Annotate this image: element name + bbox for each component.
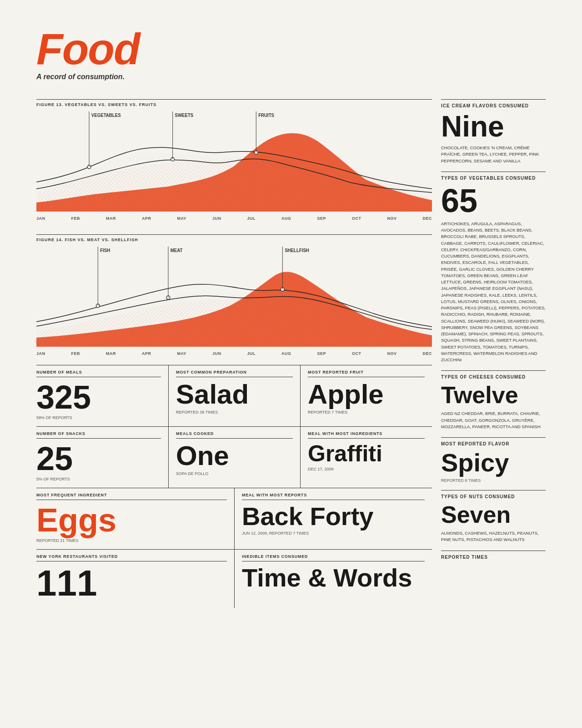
flavor-sub: REPORTED 8 TIMES bbox=[441, 478, 546, 483]
flavor-section: MOST REPORTED FLAVOR Spicy REPORTED 8 TI… bbox=[441, 437, 546, 483]
meals-cell: NUMBER OF MEALS 325 58% OF REPORTS bbox=[36, 365, 168, 426]
main-content: FIGURE 13. VEGETABLES VS. SWEETS VS. FRU… bbox=[36, 99, 546, 608]
inedible-cell: INEDIBLE ITEMS CONSUMED Time & Words bbox=[234, 550, 432, 608]
figure13-label: FIGURE 13. VEGETABLES VS. SWEETS VS. FRU… bbox=[36, 99, 432, 107]
nyc-label: NEW YORK RESTAURANTS VISITED bbox=[36, 554, 227, 561]
reported-times-label: REPORTED TIMES bbox=[441, 555, 546, 560]
snacks-cell: NUMBER OF SNACKS 25 5% OF REPORTS bbox=[36, 427, 168, 488]
fruit-label: MOST REPORTED FRUIT bbox=[308, 370, 425, 377]
ingredients-sub: DEC 17, 2009 bbox=[308, 467, 425, 471]
preparation-value: Salad bbox=[176, 381, 293, 408]
restaurant-cell: MEAL WITH MOST REPORTS Back Forty JUN 12… bbox=[234, 488, 432, 549]
inedible-value: Time & Words bbox=[242, 565, 425, 591]
cooked-label: MEALS COOKED bbox=[176, 431, 293, 439]
ice-cream-section: ICE CREAM FLAVORS CONSUMED Nine CHOCOLAT… bbox=[441, 99, 546, 164]
ingredient-cell: MOST FREQUENT INGREDIENT Eggs REPORTED 2… bbox=[36, 488, 234, 549]
stats-row1: NUMBER OF MEALS 325 58% OF REPORTS MOST … bbox=[36, 365, 432, 426]
restaurant-sub: JUN 12, 2009, REPORTED 7 TIMES bbox=[242, 531, 425, 536]
meals-sub: 58% OF REPORTS bbox=[36, 415, 161, 420]
figure13-x-axis: JANFEBMAR APRMAYJUN JULAUGSEP OCTNOVDEC bbox=[36, 216, 432, 221]
snacks-label: NUMBER OF SNACKS bbox=[36, 431, 161, 439]
ingredient-label: MOST FREQUENT INGREDIENT bbox=[36, 493, 227, 500]
vegetables-section: TYPES OF VEGETABLES CONSUMED 65 ARTICHOK… bbox=[441, 172, 546, 364]
nyc-value: 111 bbox=[36, 565, 227, 602]
nyc-cell: NEW YORK RESTAURANTS VISITED 111 bbox=[36, 550, 234, 608]
meals-value: 325 bbox=[36, 381, 161, 414]
restaurant-label: MEAL WITH MOST REPORTS bbox=[242, 493, 425, 500]
cheeses-section: TYPES OF CHEESES CONSUMED Twelve AGED NZ… bbox=[441, 370, 546, 430]
inedible-label: INEDIBLE ITEMS CONSUMED bbox=[242, 554, 425, 561]
reported-times-section: REPORTED TIMES bbox=[441, 551, 546, 560]
snacks-value: 25 bbox=[36, 442, 161, 475]
page-title: Food bbox=[36, 27, 546, 71]
ingredient-sub: REPORTED 21 TIMES bbox=[36, 538, 227, 543]
nuts-value: Seven bbox=[441, 503, 546, 526]
nuts-list: ALMONDS, CASHEWS, HAZELNUTS, PEANUTS, PI… bbox=[441, 530, 546, 543]
flavor-value: Spicy bbox=[441, 450, 546, 475]
preparation-label: MOST COMMON PREPARATION bbox=[176, 370, 293, 377]
preparation-sub: REPORTED 39 TIMES bbox=[176, 410, 293, 415]
meals-label: NUMBER OF MEALS bbox=[36, 370, 161, 377]
cooked-cell: MEALS COOKED One SOPA DE POLLO bbox=[168, 427, 300, 488]
vegetables-value: 65 bbox=[441, 184, 546, 217]
fruit-value: Apple bbox=[308, 381, 425, 408]
header: Food A record of consumption. bbox=[36, 27, 546, 81]
cheeses-label: TYPES OF CHEESES CONSUMED bbox=[441, 374, 546, 379]
svg-text:FISH: FISH bbox=[100, 248, 110, 253]
restaurant-value: Back Forty bbox=[242, 504, 425, 529]
svg-text:SWEETS: SWEETS bbox=[175, 113, 194, 118]
ingredient-value: Eggs bbox=[36, 504, 227, 536]
cheeses-value: Twelve bbox=[441, 383, 546, 407]
stats-row2: NUMBER OF SNACKS 25 5% OF REPORTS MEALS … bbox=[36, 426, 432, 488]
svg-text:SHELLFISH: SHELLFISH bbox=[285, 248, 309, 253]
ingredients-label: MEAL WITH MOST INGREDIENTS bbox=[308, 431, 425, 439]
nuts-section: TYPES OF NUTS CONSUMED Seven ALMONDS, CA… bbox=[441, 490, 546, 543]
figure14-x-axis: JANFEBMAR APRMAYJUN JULAUGSEP OCTNOVDEC bbox=[36, 351, 432, 356]
snacks-sub: 5% OF REPORTS bbox=[36, 477, 161, 481]
svg-text:MEAT: MEAT bbox=[171, 248, 183, 253]
figure14-label: FIGURE 14. FISH VS. MEAT VS. SHELLFISH bbox=[36, 234, 432, 242]
ice-cream-label: ICE CREAM FLAVORS CONSUMED bbox=[441, 103, 546, 108]
stats-row4: NEW YORK RESTAURANTS VISITED 111 INEDIBL… bbox=[36, 549, 432, 608]
cheeses-list: AGED NZ CHEDDAR, BRIE, BURRATA, CHAVRIE,… bbox=[441, 410, 546, 430]
cooked-value: One bbox=[176, 442, 293, 470]
stats-row3: MOST FREQUENT INGREDIENT Eggs REPORTED 2… bbox=[36, 488, 432, 549]
left-content: FIGURE 13. VEGETABLES VS. SWEETS VS. FRU… bbox=[36, 99, 432, 608]
ingredients-cell: MEAL WITH MOST INGREDIENTS Graffiti DEC … bbox=[300, 427, 432, 488]
ice-cream-value: Nine bbox=[441, 112, 546, 141]
svg-text:FRUITS: FRUITS bbox=[258, 113, 274, 118]
ice-cream-list: CHOCOLATE, COOKIES 'N CREAM, CRÈME FRAÎC… bbox=[441, 145, 546, 164]
vegetables-label: TYPES OF VEGETABLES CONSUMED bbox=[441, 176, 546, 181]
right-sidebar: ICE CREAM FLAVORS CONSUMED Nine CHOCOLAT… bbox=[432, 99, 546, 608]
preparation-cell: MOST COMMON PREPARATION Salad REPORTED 3… bbox=[168, 365, 300, 426]
cooked-sub: SOPA DE POLLO bbox=[176, 471, 293, 476]
vegetables-list: ARTICHOKES, ARUGULA, ASPARAGUS, AVOCADOS… bbox=[441, 221, 546, 364]
figure13-chart: VEGETABLES SWEETS FRUITS JANFEBMAR APRMA… bbox=[36, 111, 432, 221]
ingredients-value: Graffiti bbox=[308, 442, 425, 465]
svg-text:VEGETABLES: VEGETABLES bbox=[91, 113, 121, 118]
nuts-label: TYPES OF NUTS CONSUMED bbox=[441, 494, 546, 499]
fruit-cell: MOST REPORTED FRUIT Apple REPORTED 7 TIM… bbox=[300, 365, 432, 426]
page-subtitle: A record of consumption. bbox=[36, 73, 546, 81]
flavor-label: MOST REPORTED FLAVOR bbox=[441, 441, 546, 446]
figure14-chart: FISH MEAT SHELLFISH JANFEBMAR APRMAYJUN … bbox=[36, 247, 432, 356]
fruit-sub: REPORTED 7 TIMES bbox=[308, 410, 425, 415]
